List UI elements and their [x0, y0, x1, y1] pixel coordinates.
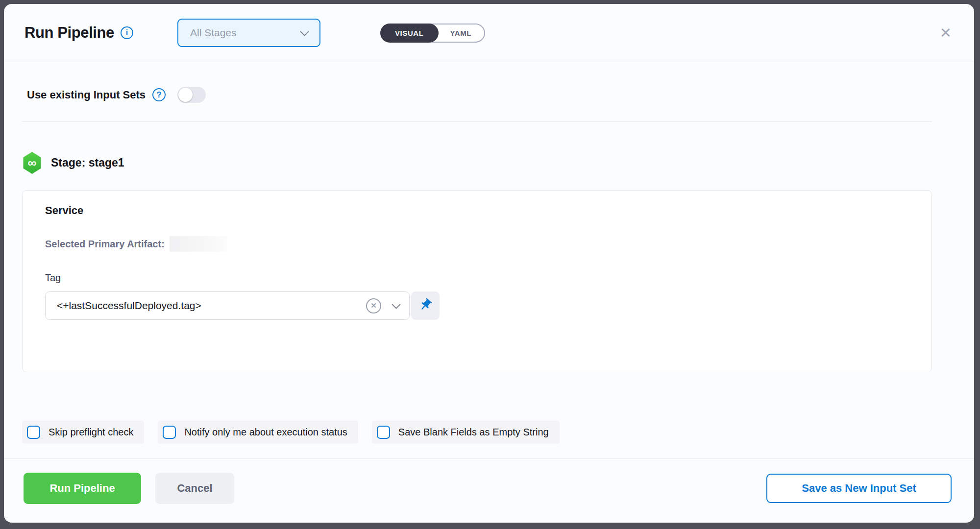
checkbox-skip-preflight[interactable] [27, 426, 40, 439]
save-as-new-input-set-button[interactable]: Save as New Input Set [766, 474, 952, 503]
option-chip-skip-preflight: Skip preflight check [22, 421, 144, 444]
tag-input-row: <+lastSuccessfulDeployed.tag> ✕ [45, 291, 909, 320]
dialog-header: Run Pipeline i All Stages VISUAL YAML ✕ [4, 4, 974, 62]
run-pipeline-dialog: Run Pipeline i All Stages VISUAL YAML ✕ … [4, 4, 974, 523]
artifact-value-redacted [170, 236, 227, 252]
option-label: Notify only me about execution status [184, 427, 347, 438]
run-pipeline-button[interactable]: Run Pipeline [24, 473, 141, 504]
page-title: Run Pipeline [24, 24, 114, 42]
checkbox-save-blank-fields[interactable] [377, 426, 390, 439]
clear-icon[interactable]: ✕ [366, 298, 381, 313]
service-card: Service Selected Primary Artifact: Tag <… [22, 190, 932, 372]
cancel-button[interactable]: Cancel [155, 473, 234, 504]
selected-artifact-label: Selected Primary Artifact: [45, 239, 165, 250]
stage-selector-value: All Stages [190, 27, 301, 39]
dialog-content: Use existing Input Sets ? ∞ Stage: stage… [4, 62, 974, 458]
visual-yaml-toggle: VISUAL YAML [380, 24, 485, 43]
chevron-down-icon [300, 27, 309, 36]
help-icon[interactable]: ? [152, 88, 166, 101]
section-divider [22, 121, 932, 122]
stage-label: Stage: stage1 [51, 156, 124, 169]
info-icon[interactable]: i [121, 26, 133, 39]
option-chip-notify-only-me: Notify only me about execution status [158, 421, 358, 444]
checkbox-notify-only-me[interactable] [163, 426, 176, 439]
stage-selector-dropdown[interactable]: All Stages [177, 19, 320, 47]
chevron-down-icon[interactable] [392, 300, 400, 309]
input-sets-toggle[interactable] [177, 87, 206, 103]
option-label: Save Blank Fields as Empty String [398, 427, 549, 438]
tag-label: Tag [45, 272, 909, 284]
input-sets-label: Use existing Input Sets [27, 89, 146, 101]
pin-button[interactable] [411, 291, 440, 320]
input-sets-row: Use existing Input Sets ? [22, 87, 932, 103]
option-chip-save-blank-fields: Save Blank Fields as Empty String [372, 421, 560, 444]
close-icon[interactable]: ✕ [940, 26, 952, 40]
artifact-row: Selected Primary Artifact: [45, 236, 909, 252]
stage-row: ∞ Stage: stage1 [22, 152, 932, 174]
tag-input[interactable]: <+lastSuccessfulDeployed.tag> ✕ [45, 291, 410, 320]
option-label: Skip preflight check [49, 427, 133, 438]
tab-visual[interactable]: VISUAL [380, 24, 439, 43]
toggle-knob [178, 88, 193, 102]
tag-input-value: <+lastSuccessfulDeployed.tag> [57, 300, 366, 312]
execution-options-row: Skip preflight check Notify only me abou… [22, 421, 932, 444]
dialog-footer: Run Pipeline Cancel Save as New Input Se… [4, 458, 974, 523]
deploy-stage-icon: ∞ [22, 152, 42, 174]
service-card-title: Service [45, 204, 909, 217]
pin-icon [418, 298, 433, 313]
